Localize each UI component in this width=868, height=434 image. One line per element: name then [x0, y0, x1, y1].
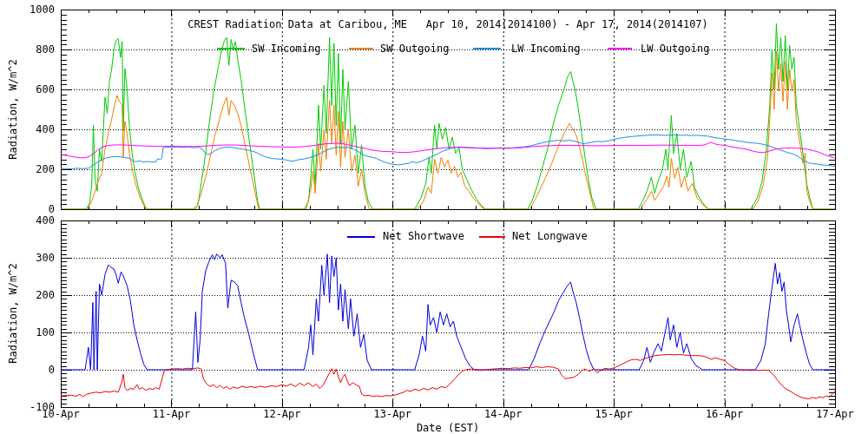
legend-swatch-sw-incoming: [217, 48, 245, 49]
legend-label-net-shortwave: Net Shortwave: [383, 231, 464, 241]
legend-swatch-lw-outgoing: [608, 48, 632, 49]
y-axis-label-top: Radiation, W/m^2: [7, 59, 19, 160]
legend-label-lw-outgoing: LW Outgoing: [641, 43, 709, 54]
legend-swatch-net-longwave: [479, 236, 505, 238]
radiation-chart-canvas: [0, 0, 868, 434]
radiation-figure: CREST Radiation Data at Caribou, ME Apr …: [0, 0, 868, 434]
chart-title: CREST Radiation Data at Caribou, ME Apr …: [61, 19, 835, 30]
legend-swatch-lw-incoming: [473, 48, 501, 49]
legend-label-lw-incoming: LW Incoming: [511, 43, 580, 54]
x-axis-label: Date (EST): [61, 422, 835, 434]
legend-swatch-sw-outgoing: [349, 48, 373, 49]
legend-label-net-longwave: Net Longwave: [512, 231, 588, 241]
legend-label-sw-outgoing: SW Outgoing: [380, 43, 449, 54]
legend-label-sw-incoming: SW Incoming: [252, 43, 320, 54]
legend-swatch-net-shortwave: [347, 236, 375, 238]
y-axis-label-bottom: Radiation, W/m^2: [7, 263, 19, 364]
